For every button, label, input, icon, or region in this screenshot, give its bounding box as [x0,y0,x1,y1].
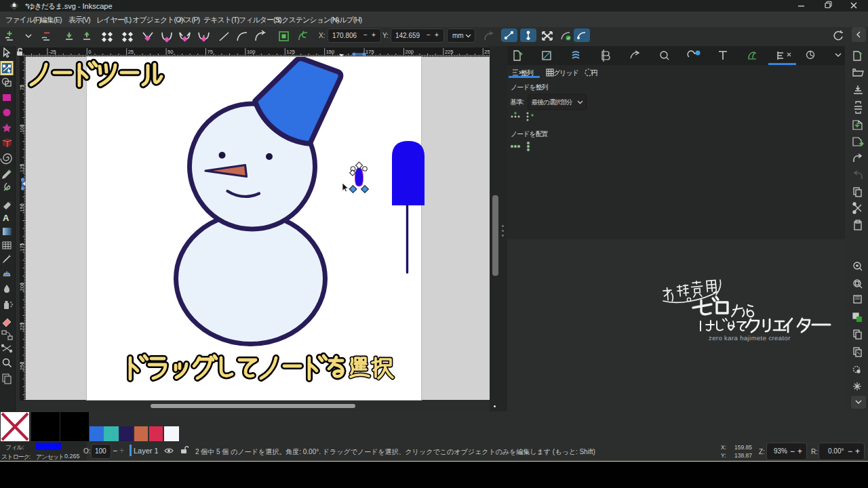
svg-text:200: 200 [20,283,25,291]
svg-text:75: 75 [20,85,25,90]
svg-text:25: 25 [128,49,134,55]
svg-text:-25: -25 [49,49,56,55]
svg-text:100: 100 [20,124,25,133]
svg-text:125: 125 [20,164,25,173]
svg-text:225: 225 [445,49,454,55]
svg-text:50: 50 [167,49,173,55]
svg-text:75: 75 [208,49,213,55]
svg-text:0: 0 [88,49,91,55]
svg-text:150: 150 [20,203,25,212]
svg-text:225: 225 [20,322,25,331]
svg-text:A: A [3,213,9,223]
svg-text:250: 250 [20,362,25,371]
svg-text:175: 175 [366,49,374,55]
svg-text:125: 125 [286,49,295,55]
svg-text:175: 175 [20,243,25,252]
svg-text:150: 150 [326,49,335,55]
svg-text:zero kara hajimete creator: zero kara hajimete creator [709,334,791,342]
svg-text:200: 200 [406,49,414,55]
svg-text:100: 100 [247,49,256,55]
